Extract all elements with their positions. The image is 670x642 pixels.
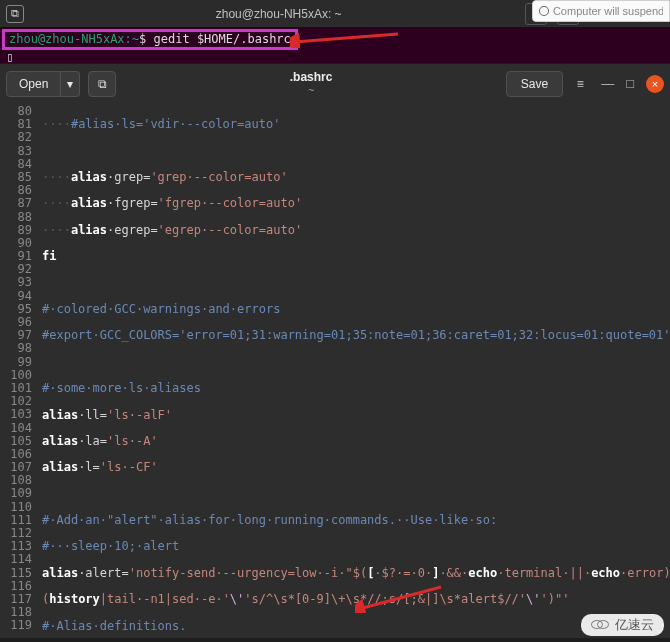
notification-text: Computer will suspend [553,5,663,17]
watermark: 亿速云 [581,614,664,636]
code-content[interactable]: ····#alias·ls='vdir·--color=auto' ····al… [38,103,670,638]
watermark-icon [591,618,611,632]
terminal-title: zhou@zhou-NH5xAx: ~ [32,7,525,21]
editor-area[interactable]: 8081828384858687888990919293949596979899… [0,103,670,638]
terminal-command-highlight: zhou@zhou-NH5xAx:~$ gedit $HOME/.bashrc [2,29,298,50]
terminal-body[interactable]: zhou@zhou-NH5xAx:~$ gedit $HOME/.bashrc … [0,27,670,63]
watermark-text: 亿速云 [615,616,654,634]
open-dropdown[interactable]: ▾ [61,71,80,97]
prompt-path: ~ [132,32,139,46]
open-button[interactable]: Open [6,71,61,97]
terminal-command: gedit $HOME/.bashrc [154,32,291,46]
terminal-newtab-icon[interactable]: ⧉ [6,5,24,23]
document-filename: .bashrc [120,70,501,84]
open-split-button[interactable]: Open ▾ [6,71,80,97]
gedit-headerbar: Open ▾ ⧉ .bashrc ~ Save ≡ — □ × [0,63,670,103]
gedit-close-button[interactable]: × [646,75,664,93]
hamburger-menu-icon[interactable]: ≡ [567,71,593,97]
terminal-cursor: ▯ [6,50,13,64]
gedit-maximize-button[interactable]: □ [622,76,638,91]
new-tab-button[interactable]: ⧉ [88,71,116,97]
save-button[interactable]: Save [506,71,563,97]
document-path: ~ [120,84,501,98]
prompt-user: zhou@zhou-NH5xAx: [9,32,132,46]
system-notification[interactable]: Computer will suspend [532,0,670,22]
gedit-title: .bashrc ~ [120,70,501,98]
line-number-gutter: 8081828384858687888990919293949596979899… [0,103,38,638]
gedit-minimize-button[interactable]: — [597,76,618,91]
power-icon [539,6,549,16]
